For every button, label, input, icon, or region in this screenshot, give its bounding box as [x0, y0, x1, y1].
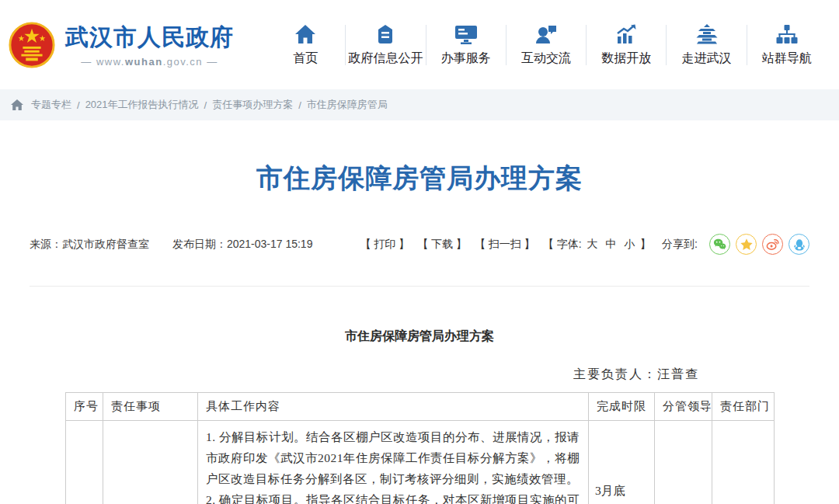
- font-size-control: 【 字体: 大 中 小 】: [543, 238, 651, 252]
- nav-item-label: 互动交流: [521, 50, 571, 67]
- document-body: 市住房保障房管局办理方案 主要负责人：汪普查 序号 责任事项 具体工作内容 完成…: [65, 328, 774, 504]
- responsible-person: 主要负责人：汪普查: [65, 367, 774, 383]
- cell-seq: [66, 421, 103, 504]
- nav-item-label: 站群导航: [762, 50, 812, 67]
- article-meta: 来源：武汉市政府督查室 发布日期：2021-03-17 15:19: [30, 238, 312, 252]
- font-size-small[interactable]: 小: [624, 238, 635, 250]
- col-header-seq: 序号: [66, 393, 103, 421]
- font-size-prefix: 【 字体:: [543, 238, 582, 250]
- main-nav: 首页 政府信息公开 办事服务 互动交流 数据开放: [266, 23, 827, 67]
- source-value: 武汉市政府督查室: [62, 238, 149, 250]
- info-disclosure-icon: [374, 23, 397, 45]
- nav-item-label: 走进武汉: [682, 50, 732, 67]
- col-header-department: 责任部门: [712, 393, 775, 421]
- article-meta-row: 来源：武汉市政府督查室 发布日期：2021-03-17 15:19 【 打印 】…: [30, 234, 809, 255]
- work-content-paragraph: 2. 确定目标项目。指导各区结合目标任务，对本区新增项目实施的可行性进行评估，确…: [206, 489, 580, 504]
- table-row: 1. 分解目标计划。结合各区棚户区改造项目的分布、进展情况，报请市政府印发《武汉…: [66, 421, 775, 504]
- download-button[interactable]: 【 下载 】: [417, 238, 467, 252]
- cell-work-content: 1. 分解目标计划。结合各区棚户区改造项目的分布、进展情况，报请市政府印发《武汉…: [198, 421, 589, 504]
- share-weibo-icon[interactable]: [762, 234, 783, 255]
- breadcrumb-item[interactable]: 2021年工作报告执行情况: [85, 98, 199, 112]
- nav-item-label: 办事服务: [441, 50, 491, 67]
- publish-date-label: 发布日期：: [172, 238, 227, 250]
- cell-deadline: 3月底: [589, 421, 655, 504]
- responsibility-table: 序号 责任事项 具体工作内容 完成时限 分管领导 责任部门 1. 分解目标计划。…: [65, 392, 775, 504]
- nav-item-services[interactable]: 办事服务: [426, 23, 506, 67]
- breadcrumb-separator: /: [298, 99, 301, 111]
- font-size-suffix: 】: [640, 238, 651, 250]
- col-header-deadline: 完成时限: [589, 393, 655, 421]
- breadcrumb-item[interactable]: 专题专栏: [31, 98, 71, 112]
- font-size-medium[interactable]: 中: [605, 238, 616, 250]
- font-size-large[interactable]: 大: [587, 238, 597, 250]
- col-header-leader: 分管领导: [655, 393, 712, 421]
- table-header-row: 序号 责任事项 具体工作内容 完成时限 分管领导 责任部门: [66, 393, 775, 421]
- site-title-block: 武汉市人民政府 — www.wuhan.gov.cn —: [65, 22, 234, 68]
- nav-item-info-disclosure[interactable]: 政府信息公开: [346, 23, 425, 67]
- breadcrumb-home-icon[interactable]: [11, 99, 23, 110]
- breadcrumb-separator: /: [77, 99, 80, 111]
- cell-leader: [655, 421, 712, 504]
- national-emblem-logo[interactable]: [8, 21, 56, 69]
- nav-item-site-navigation[interactable]: 站群导航: [747, 23, 827, 67]
- share-qzone-icon[interactable]: [736, 234, 757, 255]
- article-content: 市住房保障房管局办理方案 来源：武汉市政府督查室 发布日期：2021-03-17…: [0, 161, 839, 504]
- work-content-paragraph: 1. 分解目标计划。结合各区棚户区改造项目的分布、进展情况，报请市政府印发《武汉…: [206, 426, 580, 489]
- nav-item-home[interactable]: 首页: [266, 23, 345, 67]
- site-navigation-icon: [775, 23, 799, 45]
- breadcrumb-item[interactable]: 责任事项办理方案: [212, 98, 293, 112]
- nav-item-about-wuhan[interactable]: 走进武汉: [667, 23, 746, 67]
- services-icon: [454, 23, 478, 45]
- page-title: 市住房保障房管局办理方案: [30, 161, 809, 196]
- share-qq-icon[interactable]: [789, 234, 809, 255]
- nav-item-open-data[interactable]: 数据开放: [587, 23, 666, 67]
- section-divider: [30, 286, 809, 287]
- nav-item-label: 数据开放: [601, 50, 651, 67]
- share-label: 分享到:: [662, 238, 698, 252]
- site-header: 武汉市人民政府 — www.wuhan.gov.cn — 首页 政府信息公开 办…: [0, 0, 839, 89]
- breadcrumb: 专题专栏 / 2021年工作报告执行情况 / 责任事项办理方案 / 市住房保障房…: [0, 89, 839, 120]
- breadcrumb-item: 市住房保障房管局: [307, 98, 388, 112]
- cell-department: [712, 421, 775, 504]
- publish-date-value: 2021-03-17 15:19: [227, 238, 313, 250]
- open-data-icon: [614, 23, 638, 45]
- interaction-icon: [534, 23, 558, 45]
- site-url: — www.wuhan.gov.cn —: [65, 56, 234, 68]
- about-wuhan-icon: [695, 23, 719, 45]
- site-name[interactable]: 武汉市人民政府: [65, 22, 234, 54]
- nav-item-label: 首页: [293, 50, 318, 67]
- home-icon: [294, 23, 317, 45]
- col-header-content: 具体工作内容: [198, 393, 589, 421]
- nav-item-interaction[interactable]: 互动交流: [507, 23, 586, 67]
- scan-qr-button[interactable]: 【 扫一扫 】: [475, 238, 535, 252]
- col-header-item: 责任事项: [103, 393, 198, 421]
- nav-item-label: 政府信息公开: [348, 50, 423, 67]
- article-toolbar: 【 打印 】 【 下载 】 【 扫一扫 】 【 字体: 大 中 小 】 分享到:: [352, 234, 809, 255]
- share-wechat-icon[interactable]: [709, 234, 730, 255]
- document-subtitle: 市住房保障房管局办理方案: [65, 328, 774, 345]
- source-label: 来源：: [30, 238, 62, 250]
- cell-item: [103, 421, 198, 504]
- breadcrumb-separator: /: [204, 99, 207, 111]
- print-button[interactable]: 【 打印 】: [360, 238, 409, 252]
- logo-area: 武汉市人民政府 — www.wuhan.gov.cn —: [8, 21, 258, 69]
